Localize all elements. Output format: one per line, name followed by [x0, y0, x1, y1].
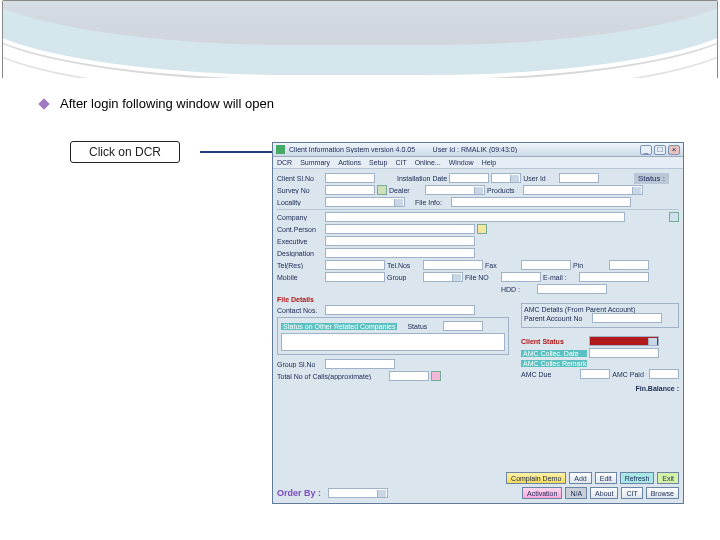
bullet-text: After login following window will open — [60, 96, 274, 111]
fld-status[interactable] — [443, 321, 483, 331]
lbl-pin: Pin — [573, 262, 607, 269]
company-extra-icon[interactable] — [669, 212, 679, 222]
maximize-button[interactable]: □ — [654, 145, 666, 155]
exit-button[interactable]: Exit — [657, 472, 679, 484]
fld-company[interactable] — [325, 212, 625, 222]
fld-contact-nos[interactable] — [325, 305, 475, 315]
about-button[interactable]: About — [590, 487, 618, 499]
fld-mobile[interactable] — [325, 272, 385, 282]
survey-lookup-icon[interactable] — [377, 185, 387, 195]
fld-hdd[interactable] — [537, 284, 607, 294]
na-button[interactable]: N/A — [565, 487, 587, 499]
browse-button[interactable]: Browse — [646, 487, 679, 499]
lbl-hdd: HDD : — [501, 286, 535, 293]
cit-button[interactable]: CIT — [621, 487, 642, 499]
window-buttons: _ □ × — [640, 145, 680, 155]
related-companies-list[interactable] — [281, 333, 505, 351]
app-icon — [276, 145, 285, 154]
bullet-diamond-icon — [38, 98, 49, 109]
fld-locality[interactable] — [325, 197, 405, 207]
menu-actions[interactable]: Actions — [338, 159, 361, 166]
lbl-contact-nos: Contact Nos. — [277, 307, 323, 314]
lbl-locality: Locality — [277, 199, 323, 206]
lbl-executive: Executive — [277, 238, 323, 245]
fld-client-slno[interactable] — [325, 173, 375, 183]
fld-amc-paid[interactable] — [649, 369, 679, 379]
lbl-company: Company — [277, 214, 323, 221]
lbl-fin-balance: Fin.Balance : — [521, 385, 679, 392]
related-companies-panel: Status on Other Related Companies Status — [277, 317, 509, 355]
fld-cont-person[interactable] — [325, 224, 475, 234]
fld-fax[interactable] — [521, 260, 571, 270]
fld-install-date[interactable] — [449, 173, 489, 183]
fld-amc-date[interactable] — [589, 348, 659, 358]
fld-email[interactable] — [579, 272, 649, 282]
fld-order-by[interactable] — [328, 488, 388, 498]
menu-setup[interactable]: Setup — [369, 159, 387, 166]
amc-panel: AMC Details (From Parent Account) Parent… — [521, 303, 679, 394]
fld-group-slno[interactable] — [325, 359, 395, 369]
contact-icon[interactable] — [477, 224, 487, 234]
menu-online[interactable]: Online... — [415, 159, 441, 166]
lbl-user-id: User Id — [523, 175, 557, 182]
amc-header: AMC Details (From Parent Account) — [524, 306, 676, 313]
lbl-status-related: Status on Other Related Companies — [281, 323, 397, 330]
activation-button[interactable]: Activation — [522, 487, 562, 499]
app-title-right: User Id : RMALIK (09:43:0) — [433, 146, 517, 153]
fld-dealer[interactable] — [425, 185, 485, 195]
lbl-amc-rem: AMC Collec Remarks — [521, 360, 587, 367]
menu-bar: DCR Summary Actions Setup CIT Online... … — [273, 157, 683, 169]
lbl-group: Group — [387, 274, 421, 281]
fld-pin[interactable] — [609, 260, 649, 270]
bottom-bar: Complain Demo Add Edit Refresh Exit Orde… — [277, 472, 679, 499]
form-area: Client Sl.No Installation Date User Id S… — [273, 169, 683, 503]
lbl-designation: Designation — [277, 250, 323, 257]
fld-user-id[interactable] — [559, 173, 599, 183]
calls-icon[interactable] — [431, 371, 441, 381]
lbl-mobile: Mobile — [277, 274, 323, 281]
lbl-total-calls: Total No of Calls(approximate) — [277, 373, 387, 380]
fld-client-status[interactable] — [589, 336, 659, 346]
fld-parent-acc[interactable] — [592, 313, 662, 323]
lbl-status: Status — [407, 323, 441, 330]
app-title-left: Client Information System version 4.0.05 — [289, 146, 415, 153]
fld-products[interactable] — [523, 185, 643, 195]
fld-amc-due[interactable] — [580, 369, 610, 379]
menu-help[interactable]: Help — [482, 159, 496, 166]
lbl-amc-date: AMC Collec. Date — [521, 350, 587, 357]
menu-summary[interactable]: Summary — [300, 159, 330, 166]
separator-1 — [277, 209, 679, 210]
app-window: Client Information System version 4.0.05… — [272, 142, 684, 504]
lbl-survey-no: Survey No — [277, 187, 323, 194]
edit-button[interactable]: Edit — [595, 472, 617, 484]
fld-file-info[interactable] — [451, 197, 631, 207]
complain-demo-button[interactable]: Complain Demo — [506, 472, 566, 484]
fld-tel-res[interactable] — [325, 260, 385, 270]
menu-window[interactable]: Window — [449, 159, 474, 166]
app-title: Client Information System version 4.0.05… — [289, 146, 636, 153]
fld-group[interactable] — [423, 272, 463, 282]
add-button[interactable]: Add — [569, 472, 591, 484]
fld-file-no[interactable] — [501, 272, 541, 282]
lbl-client-slno: Client Sl.No — [277, 175, 323, 182]
menu-dcr[interactable]: DCR — [277, 159, 292, 166]
lbl-install-date: Installation Date — [397, 175, 447, 182]
lbl-group-slno: Group Sl.No — [277, 361, 323, 368]
lbl-email: E-mail : — [543, 274, 577, 281]
fld-survey-no[interactable] — [325, 185, 375, 195]
lbl-amc-paid: AMC Paid — [612, 371, 647, 378]
fld-executive[interactable] — [325, 236, 475, 246]
menu-cit[interactable]: CIT — [395, 159, 406, 166]
close-button[interactable]: × — [668, 145, 680, 155]
refresh-button[interactable]: Refresh — [620, 472, 655, 484]
fld-tel-nos[interactable] — [423, 260, 483, 270]
lbl-client-status: Client Status — [521, 338, 587, 345]
install-date-picker[interactable] — [491, 173, 521, 183]
minimize-button[interactable]: _ — [640, 145, 652, 155]
fld-designation[interactable] — [325, 248, 475, 258]
lbl-file-info: File Info: — [415, 199, 449, 206]
lbl-cont-person: Cont.Person — [277, 226, 323, 233]
lbl-dealer: Dealer — [389, 187, 423, 194]
lbl-tel-nos: Tel.Nos — [387, 262, 421, 269]
fld-total-calls[interactable] — [389, 371, 429, 381]
